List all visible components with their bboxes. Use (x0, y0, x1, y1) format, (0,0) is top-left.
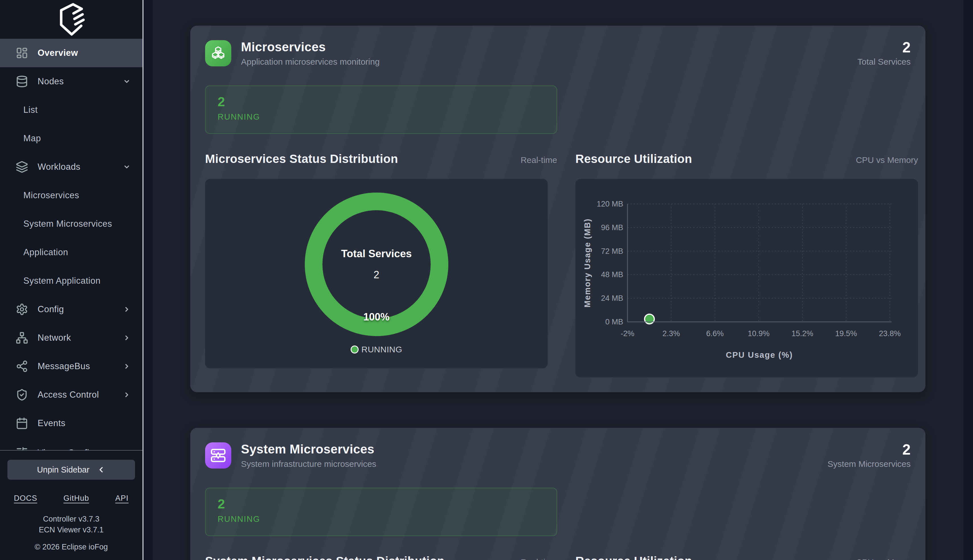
sidebar: Overview Nodes List Map (0, 0, 142, 560)
github-link[interactable]: GitHub (63, 494, 89, 503)
database-icon (16, 75, 28, 88)
section-title: System Microservices Status Distribution (205, 554, 445, 560)
card-title: System Microservices (241, 442, 376, 456)
sidebar-item-application[interactable]: Application (0, 238, 142, 267)
microservices-card: Microservices Application microservices … (190, 26, 925, 392)
sidebar-item-nodes[interactable]: Nodes (0, 67, 142, 96)
section-title: Resource Utilization (575, 152, 692, 166)
unpin-sidebar-button[interactable]: Unpin Sidebar (7, 460, 135, 480)
sidebar-item-list[interactable]: List (0, 96, 142, 124)
sidebar-item-access-control[interactable]: Access Control (0, 380, 142, 409)
running-label: RUNNING (218, 112, 545, 122)
sidebar-item-label: Network (38, 333, 71, 343)
section-headers: Microservices Status Distribution Real-t… (205, 134, 911, 166)
sidebar-item-label: Overview (38, 48, 78, 58)
section-tag: Real-time (521, 557, 557, 560)
sidebar-item-label: Viewer Config (38, 448, 94, 450)
sidebar-links: DOCS GitHub API (0, 494, 142, 503)
sliders-icon (16, 447, 28, 450)
stat-value: 2 (828, 442, 911, 457)
chevron-right-icon (123, 306, 130, 313)
utilization-header: Resource Utilization CPU vs Memory (575, 554, 918, 560)
sidebar-item-label: System Application (23, 276, 100, 286)
svg-text:15.2%: 15.2% (791, 329, 813, 338)
svg-text:2.3%: 2.3% (663, 329, 680, 338)
sidebar-item-label: Microservices (23, 190, 79, 200)
svg-text:23.8%: 23.8% (879, 329, 901, 338)
sidebar-item-map[interactable]: Map (0, 124, 142, 153)
running-label: RUNNING (218, 515, 545, 524)
y-axis-title: Memory Usage (MB) (583, 218, 592, 308)
section-title: Microservices Status Distribution (205, 152, 398, 166)
layers-icon (16, 161, 28, 173)
page-scrollbar[interactable] (963, 0, 973, 560)
x-axis-title: CPU Usage (%) (726, 350, 793, 360)
svg-text:19.5%: 19.5% (835, 329, 857, 338)
stat-value: 2 (857, 40, 911, 55)
sidebar-scrollbar[interactable] (142, 0, 143, 560)
chevron-right-icon (123, 363, 130, 370)
chevron-down-icon (123, 163, 130, 171)
legend-dot-icon (351, 345, 358, 353)
svg-text:-2%: -2% (621, 329, 634, 338)
scatter-point (645, 314, 654, 324)
viewer-version: ECN Viewer v3.7.1 (39, 524, 104, 535)
sidebar-item-overview[interactable]: Overview (0, 39, 142, 67)
ecn-viewer-dashboard: Overview Nodes List Map (0, 0, 973, 560)
copyright: © 2026 Eclipse ioFog (35, 543, 108, 552)
sidebar-item-label: Workloads (38, 162, 80, 172)
sidebar-item-microservices[interactable]: Microservices (0, 181, 142, 210)
card-title: Microservices (241, 40, 380, 54)
sidebar-item-viewer-config[interactable]: Viewer Config (0, 439, 142, 450)
server-cog-icon (205, 442, 231, 468)
sidebar-item-system-microservices[interactable]: System Microservices (0, 210, 142, 238)
sidebar-item-system-application[interactable]: System Application (0, 267, 142, 295)
donut-percent-label: 100% (303, 311, 451, 323)
sidebar-item-label: Application (23, 247, 68, 257)
status-donut-chart: Total Services 2 100% (303, 190, 451, 338)
status-donut-panel: Total Services 2 100% RUNNING (205, 179, 548, 368)
sidebar-item-label: System Microservices (23, 219, 112, 229)
microservices-cubes-icon (205, 40, 231, 67)
sidebar-item-config[interactable]: Config (0, 295, 142, 323)
running-status-banner: 2 RUNNING (205, 488, 557, 536)
running-count: 2 (218, 95, 545, 109)
stat-label: System Microservices (828, 459, 911, 469)
sidebar-item-label: Config (38, 304, 64, 315)
controller-version: Controller v3.7.3 (39, 513, 104, 524)
card-subtitle: System infrastructure microservices (241, 459, 376, 469)
card-title-block: Microservices Application microservices … (241, 40, 380, 67)
chart-panels: Total Services 2 100% RUNNING (205, 166, 911, 377)
api-link[interactable]: API (115, 494, 129, 503)
share-nodes-icon (16, 360, 28, 373)
sidebar-item-events[interactable]: Events (0, 409, 142, 438)
chevron-down-icon (123, 78, 130, 85)
chevron-right-icon (123, 391, 130, 398)
iofog-logo-icon (54, 1, 88, 38)
distribution-header: Microservices Status Distribution Real-t… (205, 152, 557, 166)
calendar-icon (16, 417, 28, 430)
running-status-banner: 2 RUNNING (205, 85, 557, 134)
card-total-stat: 2 Total Services (857, 40, 911, 67)
logo-box (0, 0, 142, 39)
card-header: Microservices Application microservices … (205, 40, 911, 67)
unpin-sidebar-label: Unpin Sidebar (37, 465, 90, 475)
card-total-stat: 2 System Microservices (828, 442, 911, 469)
chevron-right-icon (123, 334, 130, 342)
distribution-header: System Microservices Status Distribution… (205, 554, 557, 560)
card-header: System Microservices System infrastructu… (205, 442, 911, 469)
svg-text:0 MB: 0 MB (605, 318, 623, 326)
sidebar-item-workloads[interactable]: Workloads (0, 153, 142, 181)
resource-scatter-chart: 120 MB 96 MB 72 MB 48 MB 24 MB 0 MB -2% … (575, 179, 918, 377)
section-tag: CPU vs Memory (856, 557, 918, 560)
sidebar-footer: Unpin Sidebar DOCS GitHub API Controller… (0, 450, 142, 560)
sidebar-item-network[interactable]: Network (0, 323, 142, 352)
running-count: 2 (218, 497, 545, 511)
sidebar-item-messagebus[interactable]: MessageBus (0, 352, 142, 380)
gear-icon (16, 303, 28, 316)
donut-legend: RUNNING (351, 345, 403, 354)
dashboard-icon (16, 47, 28, 59)
docs-link[interactable]: DOCS (14, 494, 37, 503)
network-icon (16, 332, 28, 344)
svg-text:96 MB: 96 MB (601, 223, 623, 232)
